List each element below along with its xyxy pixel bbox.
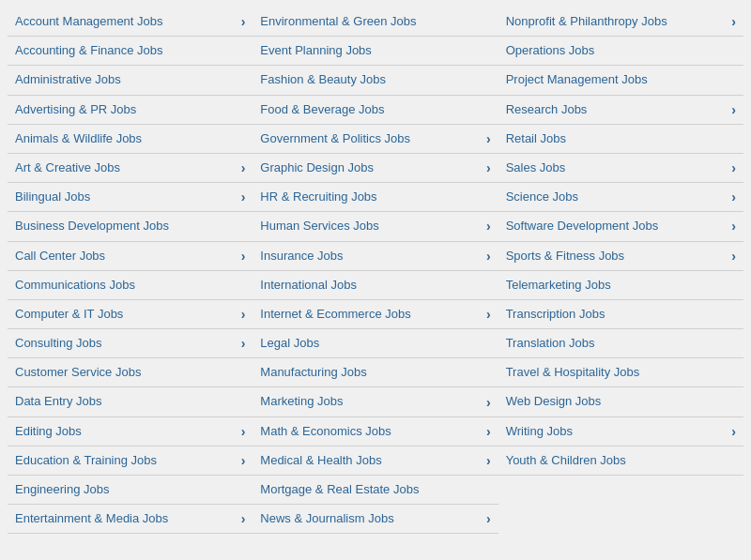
list-item[interactable]: Medical & Health Jobs› [253,446,498,476]
job-link[interactable]: Customer Service Jobs [15,364,141,381]
list-item[interactable]: Consulting Jobs› [8,329,253,358]
list-item[interactable]: Graphic Design Jobs› [253,154,498,183]
list-item[interactable]: Transcription Jobs [498,300,743,329]
job-link[interactable]: Art & Creative Jobs [15,159,120,176]
job-link[interactable]: Mortgage & Real Estate Jobs [260,481,419,498]
job-link[interactable]: Consulting Jobs [15,335,102,352]
job-link[interactable]: Telemarketing Jobs [506,277,611,294]
list-item[interactable]: Writing Jobs› [498,417,743,446]
job-link[interactable]: Science Jobs [506,189,578,205]
list-item[interactable]: International Jobs [253,271,498,300]
list-item[interactable]: News & Journalism Jobs› [253,505,498,534]
job-link[interactable]: Education & Training Jobs [15,452,157,469]
list-item[interactable]: Accounting & Finance Jobs [8,37,253,66]
list-item[interactable]: Travel & Hospitality Jobs [498,358,743,387]
list-item[interactable]: Event Planning Jobs [253,37,498,66]
list-item[interactable]: Entertainment & Media Jobs› [8,505,253,534]
job-link[interactable]: Insurance Jobs [260,248,343,265]
list-item[interactable]: Operations Jobs [498,37,743,66]
list-item[interactable]: Marketing Jobs› [253,387,498,416]
list-item[interactable]: Environmental & Green Jobs [253,8,498,37]
job-link[interactable]: Writing Jobs [506,423,573,440]
list-item[interactable]: Account Management Jobs› [8,8,253,37]
job-link[interactable]: Animals & Wildlife Jobs [15,130,142,147]
list-item[interactable]: Customer Service Jobs [8,358,253,387]
list-item[interactable]: Editing Jobs› [8,417,253,446]
job-link[interactable]: International Jobs [260,277,357,294]
job-link[interactable]: Data Entry Jobs [15,393,102,410]
job-link[interactable]: Government & Politics Jobs [260,130,410,147]
list-item[interactable]: Sales Jobs› [498,154,743,183]
job-link[interactable]: Travel & Hospitality Jobs [506,364,640,381]
job-link[interactable]: Editing Jobs [15,423,82,440]
list-item[interactable]: Manufacturing Jobs [253,358,498,387]
list-item[interactable]: Data Entry Jobs [8,387,253,416]
list-item[interactable]: Fashion & Beauty Jobs [253,66,498,95]
job-link[interactable]: Sports & Fitness Jobs [506,248,624,265]
job-link[interactable]: Legal Jobs [260,335,319,352]
job-link[interactable]: Transcription Jobs [506,306,605,323]
job-link[interactable]: Entertainment & Media Jobs [15,510,168,527]
list-item[interactable]: Project Management Jobs [498,66,743,95]
job-link[interactable]: Graphic Design Jobs [260,159,374,176]
job-link[interactable]: Manufacturing Jobs [260,364,366,381]
list-item[interactable]: Science Jobs› [498,183,743,212]
job-link[interactable]: Nonprofit & Philanthropy Jobs [506,13,667,30]
list-item[interactable]: Call Center Jobs› [8,242,253,271]
list-item[interactable]: Legal Jobs [253,329,498,358]
job-link[interactable]: Engineering Jobs [15,481,109,498]
list-item[interactable]: Bilingual Jobs› [8,183,253,212]
job-link[interactable]: Communications Jobs [15,277,135,294]
job-link[interactable]: Project Management Jobs [506,71,648,88]
list-item[interactable]: Sports & Fitness Jobs› [498,242,743,271]
list-item[interactable]: Research Jobs› [498,96,743,125]
job-link[interactable]: HR & Recruiting Jobs [260,189,376,205]
job-link[interactable]: Research Jobs [506,101,588,118]
job-link[interactable]: Food & Beverage Jobs [260,101,384,118]
list-item[interactable]: Food & Beverage Jobs [253,96,498,125]
job-link[interactable]: Translation Jobs [506,335,595,352]
job-link[interactable]: Call Center Jobs [15,248,105,265]
list-item[interactable]: Youth & Children Jobs [498,446,743,476]
list-item[interactable]: Government & Politics Jobs› [253,125,498,154]
list-item[interactable]: Internet & Ecommerce Jobs› [253,300,498,329]
job-link[interactable]: Accounting & Finance Jobs [15,42,163,59]
job-link[interactable]: Fashion & Beauty Jobs [260,71,386,88]
job-link[interactable]: Web Design Jobs [506,393,602,410]
list-item[interactable]: Mortgage & Real Estate Jobs [253,476,498,505]
job-link[interactable]: Retail Jobs [506,130,566,147]
job-link[interactable]: Administrative Jobs [15,71,121,88]
list-item[interactable]: Communications Jobs [8,271,253,300]
list-item[interactable]: Business Development Jobs [8,212,253,241]
list-item[interactable]: Retail Jobs [498,125,743,154]
list-item[interactable]: Insurance Jobs› [253,242,498,271]
job-link[interactable]: Computer & IT Jobs [15,306,123,323]
job-link[interactable]: Event Planning Jobs [260,42,372,59]
list-item[interactable]: Computer & IT Jobs› [8,300,253,329]
job-link[interactable]: Account Management Jobs [15,13,163,30]
job-link[interactable]: Business Development Jobs [15,218,169,235]
list-item[interactable]: Nonprofit & Philanthropy Jobs› [498,8,743,37]
job-link[interactable]: Marketing Jobs [260,393,343,410]
job-link[interactable]: News & Journalism Jobs [260,510,393,527]
list-item[interactable]: Administrative Jobs [8,66,253,95]
job-link[interactable]: Environmental & Green Jobs [260,13,416,30]
job-link[interactable]: Software Development Jobs [506,218,659,235]
list-item[interactable]: Animals & Wildlife Jobs [8,125,253,154]
list-item[interactable]: Translation Jobs [498,329,743,358]
list-item[interactable]: Engineering Jobs [8,476,253,505]
list-item[interactable]: Art & Creative Jobs› [8,154,253,183]
job-link[interactable]: Math & Economics Jobs [260,423,391,440]
list-item[interactable]: Education & Training Jobs› [8,446,253,476]
job-link[interactable]: Youth & Children Jobs [506,452,626,469]
list-item[interactable]: Human Services Jobs› [253,212,498,241]
job-link[interactable]: Human Services Jobs [260,218,378,235]
job-link[interactable]: Advertising & PR Jobs [15,101,136,118]
job-link[interactable]: Medical & Health Jobs [260,452,381,469]
list-item[interactable]: HR & Recruiting Jobs [253,183,498,212]
job-link[interactable]: Bilingual Jobs [15,189,90,205]
list-item[interactable]: Math & Economics Jobs› [253,417,498,446]
list-item[interactable]: Advertising & PR Jobs [8,96,253,125]
job-link[interactable]: Internet & Ecommerce Jobs [260,306,410,323]
list-item[interactable]: Web Design Jobs [498,387,743,416]
